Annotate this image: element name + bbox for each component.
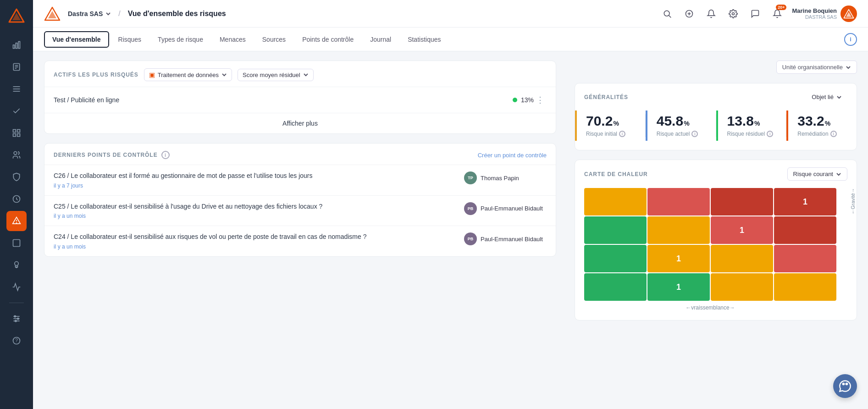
control-item-c26: C26 / Le collaborateur est il formé au g…	[44, 165, 556, 195]
metric-remediation-info[interactable]: i	[830, 131, 837, 137]
sidebar-logo[interactable]	[6, 6, 27, 26]
sidebar-item-dashboard[interactable]	[6, 123, 27, 143]
org-unit-label: Unité organisationnelle	[782, 64, 843, 71]
org-name: Dastra SAS	[68, 10, 103, 17]
show-more-button[interactable]: Afficher plus	[44, 113, 556, 133]
control-info-icon[interactable]: i	[161, 151, 170, 159]
sidebar-item-square[interactable]	[6, 233, 27, 253]
c24-user-name: Paul-Emmanuel Bidault	[481, 236, 543, 243]
heatmap-row-4: 1	[584, 273, 836, 301]
sidebar-item-check[interactable]	[6, 101, 27, 121]
asset-row-1[interactable]: Test / Publicité en ligne 13% ⋮	[44, 87, 556, 113]
svg-point-27	[17, 318, 19, 319]
metric-actuel-info[interactable]: i	[691, 131, 698, 137]
heatmap-header: CARTE DE CHALEUR Risque courant	[584, 167, 847, 181]
linked-object-filter[interactable]: Objet lié	[806, 91, 847, 103]
create-control-button[interactable]: Créer un point de contrôle	[478, 152, 547, 159]
metric-risque-actuel: 45.8% Risque actuel i	[646, 111, 716, 141]
heatmap-row-3: 1	[584, 245, 836, 272]
sidebar-item-analytics[interactable]	[6, 35, 27, 55]
notification-icon[interactable]: 20+	[770, 6, 785, 21]
c25-user-name: Paul-Emmanuel Bidault	[481, 205, 543, 212]
heatmap-row-2: 1	[584, 216, 836, 244]
metric-risque-residuel: 13.8% Risque résiduel i	[716, 111, 786, 141]
heatmap-cell-1-3	[711, 188, 773, 216]
metric-actuel-value: 45.8%	[657, 114, 707, 128]
topbar: Dastra SAS / Vue d'ensemble des risques	[33, 0, 868, 28]
sidebar-item-sliders[interactable]	[6, 309, 27, 329]
svg-point-33	[664, 11, 670, 16]
tab-types-de-risque[interactable]: Types de risque	[150, 32, 210, 47]
add-icon[interactable]	[682, 6, 697, 21]
gear-icon[interactable]	[726, 6, 741, 21]
svg-text:?: ?	[15, 337, 18, 343]
metric-initial-info[interactable]: i	[619, 131, 625, 137]
heatmap-y-label-container: ←Gravité→	[850, 188, 856, 301]
chatbot-button[interactable]	[833, 374, 857, 398]
right-column: Unité organisationnelle GÉNÉRALITÉS Obje…	[565, 51, 868, 409]
bell-icon[interactable]	[704, 6, 719, 21]
topbar-logo	[44, 6, 61, 22]
tab-risques[interactable]: Risques	[111, 32, 149, 47]
tab-vue-ensemble[interactable]: Vue d'ensemble	[44, 31, 109, 48]
svg-point-28	[15, 320, 17, 321]
user-info[interactable]: Marine Boquien DASTRA SAS	[792, 6, 857, 22]
svg-point-21	[15, 262, 18, 265]
svg-point-41	[843, 383, 845, 385]
heatmap-cell-3-4	[774, 245, 836, 272]
main-content: Dastra SAS / Vue d'ensemble des risques	[33, 0, 868, 409]
asset-menu-button[interactable]: ⋮	[534, 94, 547, 106]
heatmap-filter[interactable]: Risque courant	[787, 167, 847, 181]
tab-statistiques[interactable]: Statistiques	[400, 32, 448, 47]
filter-tag-score-label: Score moyen résiduel	[243, 72, 300, 78]
tab-points-de-controle[interactable]: Points de contrôle	[295, 32, 361, 47]
svg-point-26	[14, 315, 16, 317]
metric-risque-initial: 70.2% Risque initial i	[575, 111, 645, 141]
heatmap-card: CARTE DE CHALEUR Risque courant 1	[575, 160, 857, 321]
sidebar-item-risk[interactable]	[6, 211, 27, 231]
asset-name: Test / Publicité en ligne	[54, 96, 513, 104]
sidebar-item-help[interactable]: ?	[6, 331, 27, 351]
heatmap-cell-2-1	[584, 216, 647, 244]
control-c26-user: TP Thomas Papin	[464, 171, 547, 184]
sidebar-item-documents[interactable]	[6, 57, 27, 77]
sidebar-item-circle[interactable]	[6, 189, 27, 209]
asset-score-value: 13%	[521, 96, 534, 104]
heatmap-grid: 1 1 1	[584, 188, 836, 301]
c24-user-avatar: PB	[464, 232, 477, 245]
sidebar-item-shield[interactable]	[6, 167, 27, 187]
topbar-org[interactable]: Dastra SAS	[68, 10, 111, 17]
svg-point-42	[846, 383, 848, 385]
svg-rect-4	[18, 42, 20, 49]
metric-remediation-label: Remédiation i	[797, 131, 847, 137]
nav-info-button[interactable]: i	[844, 33, 857, 46]
sidebar-item-people[interactable]	[6, 145, 27, 165]
content-area: ACTIFS LES PLUS RISQUÉS ▣ Traitement de …	[33, 51, 868, 409]
generalities-metrics: 70.2% Risque initial i 45.8%	[575, 103, 857, 150]
sidebar-item-list[interactable]	[6, 79, 27, 99]
metric-remediation: 33.2% Remédiation i	[786, 111, 857, 141]
heatmap-cell-1-2	[647, 188, 710, 216]
sidebar-item-idea[interactable]	[6, 255, 27, 275]
generalities-header: GÉNÉRALITÉS Objet lié	[575, 83, 857, 103]
svg-rect-12	[13, 130, 16, 133]
heatmap-filter-label: Risque courant	[793, 171, 833, 177]
filter-tag-score[interactable]: Score moyen résiduel	[238, 69, 314, 81]
svg-rect-15	[17, 134, 20, 137]
tab-sources[interactable]: Sources	[255, 32, 293, 47]
org-unit-filter[interactable]: Unité organisationnelle	[776, 61, 857, 74]
user-company: DASTRA SAS	[792, 14, 837, 20]
metric-residuel-info[interactable]: i	[767, 131, 773, 137]
heatmap-cell-3-2: 1	[647, 245, 710, 272]
svg-line-34	[669, 15, 671, 17]
tab-journal[interactable]: Journal	[363, 32, 398, 47]
sidebar-item-chart[interactable]	[6, 277, 27, 297]
most-risky-header: ACTIFS LES PLUS RISQUÉS ▣ Traitement de …	[44, 61, 556, 87]
topbar-icons: 20+ Marine Boquien DASTRA SAS	[660, 6, 857, 22]
control-points-title: DERNIERS POINTS DE CONTRÔLE	[54, 152, 158, 158]
chat-icon[interactable]	[748, 6, 763, 21]
tab-menaces[interactable]: Menaces	[212, 32, 253, 47]
filter-tag-traitement[interactable]: ▣ Traitement de données	[144, 68, 232, 81]
control-c24-name: C24 / Le collaborateur est-il sensibilis…	[54, 232, 457, 242]
search-icon[interactable]	[660, 6, 674, 21]
